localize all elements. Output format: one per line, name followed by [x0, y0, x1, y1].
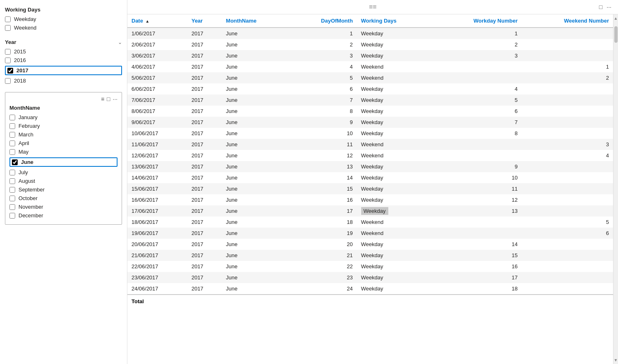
sort-asc-icon: ▲ [145, 19, 150, 23]
cell-0: 12/06/2017 [127, 150, 187, 161]
month-november-checkbox[interactable] [9, 204, 15, 210]
col-dayofmonth[interactable]: DayOfMonth [288, 14, 357, 28]
total-row: Total [127, 295, 613, 308]
year-2016-item[interactable]: 2016 [5, 57, 122, 63]
table-row: 5/06/20172017June5Weekend2 [127, 72, 613, 83]
right-panel: ≡≡ □ ··· Date ▲ Year MonthName DayOfMont… [127, 0, 618, 364]
col-year[interactable]: Year [187, 14, 222, 28]
more-options-icon[interactable]: ··· [606, 4, 611, 10]
cell-0: 17/06/2017 [127, 205, 187, 217]
month-april-item[interactable]: April [9, 140, 118, 146]
cell-6: 4 [522, 150, 613, 161]
year-2015-checkbox[interactable] [5, 49, 11, 55]
month-june-checkbox[interactable] [12, 159, 18, 165]
cell-2: June [222, 194, 288, 205]
scroll-down-arrow-icon[interactable]: ▼ [612, 356, 618, 364]
cell-1: 2017 [187, 194, 222, 205]
year-2017-checkbox[interactable] [7, 68, 13, 74]
cell-2: June [222, 39, 288, 50]
month-september-item[interactable]: September [9, 187, 118, 193]
month-november-item[interactable]: November [9, 204, 118, 210]
scroll-thumb[interactable] [614, 26, 618, 43]
cell-1: 2017 [187, 172, 222, 183]
month-december-item[interactable]: December [9, 212, 118, 219]
month-november-label: November [18, 204, 43, 210]
cell-4: Weekday [357, 128, 432, 139]
cell-2: June [222, 228, 288, 239]
table-row: 10/06/20172017June10Weekday8 [127, 128, 613, 139]
month-march-item[interactable]: March [9, 131, 118, 138]
cell-5: 8 [432, 128, 522, 139]
cell-0: 11/06/2017 [127, 139, 187, 150]
cell-3: 9 [288, 117, 357, 128]
working-days-weekday-item[interactable]: Weekday [5, 16, 122, 22]
cell-2: June [222, 128, 288, 139]
month-january-item[interactable]: January [9, 114, 118, 120]
year-2018-checkbox[interactable] [5, 78, 11, 84]
month-march-checkbox[interactable] [9, 132, 15, 138]
cell-3: 12 [288, 150, 357, 161]
cell-3: 23 [288, 272, 357, 283]
month-august-item[interactable]: August [9, 178, 118, 184]
cell-0: 13/06/2017 [127, 161, 187, 172]
col-workdaynumber[interactable]: Workday Number [432, 14, 522, 28]
working-days-weekend-item[interactable]: Weekend [5, 25, 122, 31]
year-2015-item[interactable]: 2015 [5, 48, 122, 55]
weekday-checkbox[interactable] [5, 16, 11, 22]
month-april-checkbox[interactable] [9, 141, 15, 146]
focus-icon[interactable]: □ [107, 96, 110, 102]
month-october-checkbox[interactable] [9, 196, 15, 201]
year-header: Year ⌄ [5, 39, 122, 45]
col-date[interactable]: Date ▲ [127, 14, 187, 28]
cell-1: 2017 [187, 250, 222, 261]
cell-1: 2017 [187, 228, 222, 239]
month-february-checkbox[interactable] [9, 123, 15, 129]
month-may-item[interactable]: May [9, 149, 118, 155]
cell-3: 3 [288, 50, 357, 61]
month-february-item[interactable]: February [9, 123, 118, 129]
year-2016-checkbox[interactable] [5, 58, 11, 63]
month-may-checkbox[interactable] [9, 149, 15, 155]
scrollbar[interactable]: ▲ ▼ [613, 14, 618, 364]
cell-4: Weekday [357, 183, 432, 194]
left-panel: Working Days Weekday Weekend Year ⌄ 2015… [0, 0, 127, 364]
month-december-checkbox[interactable] [9, 213, 15, 219]
hamburger-icon[interactable]: ≡ [101, 96, 104, 102]
cell-0: 7/06/2017 [127, 94, 187, 106]
cell-5 [432, 72, 522, 83]
cell-1: 2017 [187, 150, 222, 161]
table-row: 23/06/20172017June23Weekday17 [127, 272, 613, 283]
table-container[interactable]: Date ▲ Year MonthName DayOfMonth Working… [127, 14, 613, 364]
month-july-item[interactable]: July [9, 169, 118, 175]
col-monthname[interactable]: MonthName [222, 14, 288, 28]
cell-0: 21/06/2017 [127, 250, 187, 261]
month-september-checkbox[interactable] [9, 187, 15, 193]
month-july-checkbox[interactable] [9, 170, 15, 175]
cell-2: June [222, 28, 288, 39]
cell-2: June [222, 172, 288, 183]
focus-view-icon[interactable]: □ [599, 4, 602, 10]
cell-6 [522, 128, 613, 139]
col-workingdays[interactable]: Working Days [357, 14, 432, 28]
col-weekendnumber[interactable]: Weekend Number [522, 14, 613, 28]
cell-5: 14 [432, 239, 522, 250]
weekend-checkbox[interactable] [5, 25, 11, 31]
cell-6: 6 [522, 228, 613, 239]
cell-1: 2017 [187, 139, 222, 150]
cell-3: 11 [288, 139, 357, 150]
table-body: 1/06/20172017June1Weekday12/06/20172017J… [127, 28, 613, 295]
cell-2: June [222, 50, 288, 61]
month-june-item[interactable]: June [9, 157, 118, 167]
month-october-item[interactable]: October [9, 195, 118, 201]
more-icon[interactable]: ··· [113, 96, 118, 102]
month-august-checkbox[interactable] [9, 178, 15, 184]
year-chevron-down-icon[interactable]: ⌄ [118, 39, 122, 45]
month-september-label: September [18, 187, 45, 193]
drag-handle-icon[interactable]: ≡≡ [369, 3, 377, 11]
table-row: 8/06/20172017June8Weekday6 [127, 106, 613, 117]
cell-5: 2 [432, 39, 522, 50]
year-2018-item[interactable]: 2018 [5, 78, 122, 84]
cell-3: 22 [288, 261, 357, 272]
year-2017-item[interactable]: 2017 [5, 66, 122, 75]
month-january-checkbox[interactable] [9, 115, 15, 120]
